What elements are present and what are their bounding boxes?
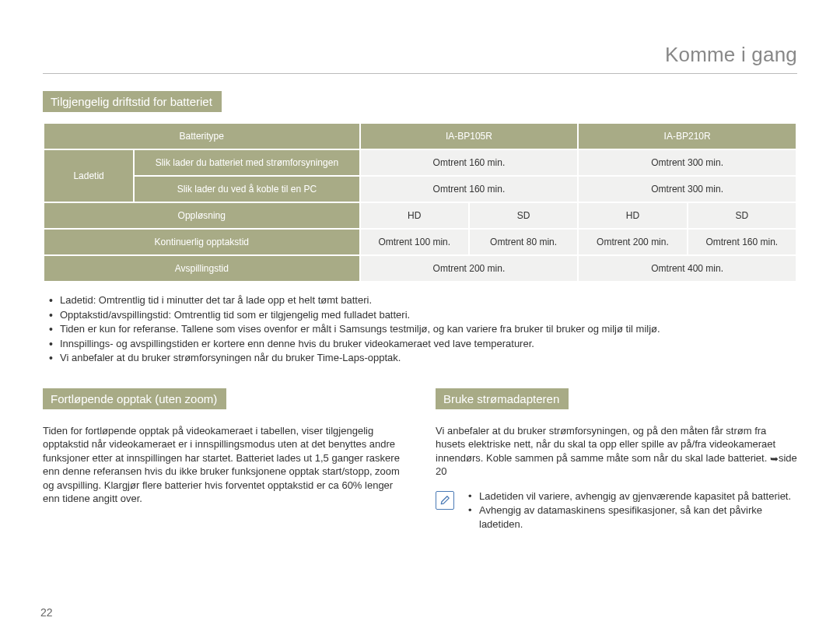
note-icon bbox=[436, 491, 454, 510]
th-bp105r: IA-BP105R bbox=[360, 123, 579, 149]
adapter-body: Vi anbefaler at du bruker strømforsyning… bbox=[436, 424, 797, 479]
section-power-adapter: Bruke strømadapteren Vi anbefaler at du … bbox=[436, 388, 797, 532]
th-bp210r: IA-BP210R bbox=[578, 123, 796, 149]
cell-charge-ps-210: Omtrent 300 min. bbox=[578, 149, 796, 176]
list-item: Vi anbefaler at du bruker strømforsyning… bbox=[60, 351, 797, 365]
th-playback: Avspillingstid bbox=[44, 255, 360, 282]
section-continuous-recording: Fortløpende opptak (uten zoom) Tiden for… bbox=[43, 388, 404, 532]
info-callout: Ladetiden vil variere, avhengig av gjenv… bbox=[436, 489, 797, 532]
adapter-body-text: Vi anbefaler at du bruker strømforsyning… bbox=[436, 425, 775, 464]
notes-list: Ladetid: Omtrentlig tid i minutter det t… bbox=[43, 293, 797, 365]
list-item: Opptakstid/avspillingstid: Omtrentlig ti… bbox=[60, 308, 797, 322]
info-list: Ladetiden vil variere, avhengig av gjenv… bbox=[465, 489, 797, 532]
section-heading-adapter: Bruke strømadapteren bbox=[436, 388, 569, 409]
section-heading-runtime: Tilgjengelig driftstid for batteriet bbox=[43, 91, 222, 112]
cell-charge-pc-210: Omtrent 300 min. bbox=[578, 176, 796, 202]
th-charge-time: Ladetid bbox=[44, 149, 134, 202]
manual-page: Komme i gang Tilgjengelig driftstid for … bbox=[0, 0, 840, 642]
cell-cont-105-sd: Omtrent 80 min. bbox=[469, 229, 578, 255]
cell-res-210-hd: HD bbox=[578, 202, 687, 229]
cell-cont-210-sd: Omtrent 160 min. bbox=[688, 229, 796, 255]
cell-charge-pc-105: Omtrent 160 min. bbox=[360, 176, 579, 202]
cell-cont-210-hd: Omtrent 200 min. bbox=[578, 229, 687, 255]
list-item: Innspillings- og avspillingstiden er kor… bbox=[60, 337, 797, 351]
continuous-body: Tiden for fortløpende opptak på videokam… bbox=[43, 424, 404, 506]
cell-play-210: Omtrent 400 min. bbox=[578, 255, 796, 282]
cell-res-105-sd: SD bbox=[469, 202, 578, 229]
th-continuous: Kontinuerlig opptakstid bbox=[44, 229, 360, 255]
section-runtime: Tilgjengelig driftstid for batteriet Bat… bbox=[43, 91, 797, 365]
page-number: 22 bbox=[40, 606, 53, 619]
cell-cont-105-hd: Omtrent 100 min. bbox=[360, 229, 469, 255]
section-heading-continuous: Fortløpende opptak (uten zoom) bbox=[43, 388, 226, 409]
cell-res-210-sd: SD bbox=[688, 202, 796, 229]
battery-runtime-table: Batteritype IA-BP105R IA-BP210R Ladetid … bbox=[43, 122, 797, 282]
th-resolution: Oppløsning bbox=[44, 202, 360, 229]
header-divider bbox=[43, 73, 797, 74]
list-item: Ladetid: Omtrentlig tid i minutter det t… bbox=[60, 293, 797, 307]
th-charge-ps: Slik lader du batteriet med strømforsyni… bbox=[134, 149, 359, 176]
page-title: Komme i gang bbox=[43, 43, 797, 73]
list-item: Tiden er kun for referanse. Tallene som … bbox=[60, 322, 797, 336]
th-battery-type: Batteritype bbox=[44, 123, 360, 149]
cell-charge-ps-105: Omtrent 160 min. bbox=[360, 149, 579, 176]
arrow-right-icon: ➥ bbox=[770, 452, 779, 466]
two-column-layout: Fortløpende opptak (uten zoom) Tiden for… bbox=[43, 388, 797, 532]
th-charge-pc: Slik lader du ved å koble til en PC bbox=[134, 176, 359, 202]
cell-res-105-hd: HD bbox=[360, 202, 469, 229]
list-item: Avhengig av datamaskinens spesifikasjone… bbox=[479, 503, 797, 531]
cell-play-105: Omtrent 200 min. bbox=[360, 255, 579, 282]
list-item: Ladetiden vil variere, avhengig av gjenv… bbox=[479, 489, 797, 503]
